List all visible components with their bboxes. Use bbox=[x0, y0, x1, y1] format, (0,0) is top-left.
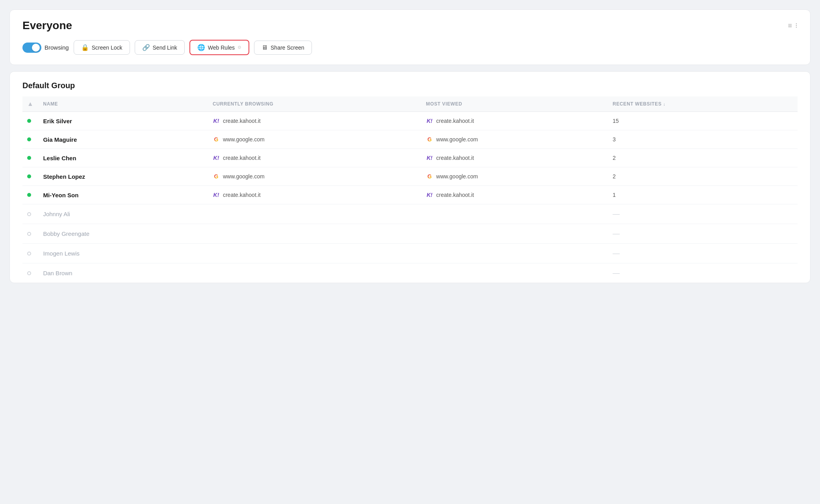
most-viewed-cell: K!create.kahoot.it bbox=[426, 117, 603, 124]
currently-browsing-cell: K!create.kahoot.it bbox=[213, 191, 417, 198]
send-link-label: Send Link bbox=[153, 44, 177, 51]
list-view-icon[interactable]: ≡ bbox=[788, 22, 792, 30]
recent-websites-td: — bbox=[608, 263, 798, 283]
currently-browsing-td bbox=[208, 224, 421, 244]
table-row[interactable]: Mi-Yeon Son K!create.kahoot.it K!create.… bbox=[22, 186, 798, 204]
send-link-button[interactable]: 🔗 Send Link bbox=[135, 40, 185, 55]
students-table: ▲ NAME CURRENTLY BROWSING MOST VIEWED RE… bbox=[22, 96, 798, 283]
table-row[interactable]: Leslie Chen K!create.kahoot.it K!create.… bbox=[22, 149, 798, 167]
recent-count: 1 bbox=[612, 192, 616, 198]
most-viewed-td: Gwww.google.com bbox=[421, 167, 608, 186]
link-icon: 🔗 bbox=[142, 44, 150, 51]
currently-browsing-cell: K!create.kahoot.it bbox=[213, 117, 417, 124]
grid-view-icon[interactable]: ⁝ bbox=[795, 21, 798, 30]
currently-browsing-td bbox=[208, 244, 421, 263]
lock-icon: 🔒 bbox=[81, 44, 89, 51]
toolbar: Browsing 🔒 Screen Lock 🔗 Send Link 🌐 Web… bbox=[22, 40, 798, 55]
name-cell: Stephen Lopez bbox=[38, 167, 208, 186]
web-rules-label: Web Rules bbox=[208, 44, 235, 51]
most-viewed-td bbox=[421, 263, 608, 283]
kahoot-favicon: K! bbox=[426, 191, 433, 198]
browsing-toggle-container: Browsing bbox=[22, 43, 69, 53]
share-screen-button[interactable]: 🖥 Share Screen bbox=[254, 41, 312, 55]
globe-icon: 🌐 bbox=[197, 44, 205, 51]
status-cell bbox=[22, 204, 38, 224]
table-row[interactable]: Stephen Lopez Gwww.google.com Gwww.googl… bbox=[22, 167, 798, 186]
most-viewed-td: K!create.kahoot.it bbox=[421, 112, 608, 130]
currently-browsing-td bbox=[208, 263, 421, 283]
table-row[interactable]: Johnny Ali — bbox=[22, 204, 798, 224]
recent-dash: — bbox=[612, 249, 620, 257]
currently-browsing-cell: Gwww.google.com bbox=[213, 173, 417, 180]
header-card: Everyone ≡ ⁝ Browsing 🔒 Screen Lock 🔗 Se… bbox=[9, 9, 811, 65]
table-header-row: ▲ NAME CURRENTLY BROWSING MOST VIEWED RE… bbox=[22, 96, 798, 112]
status-cell bbox=[22, 112, 38, 130]
recent-websites-td: — bbox=[608, 244, 798, 263]
most-viewed-td: K!create.kahoot.it bbox=[421, 149, 608, 167]
name-cell: Gia Maguire bbox=[38, 130, 208, 149]
recent-websites-td: 2 bbox=[608, 149, 798, 167]
th-currently-browsing: CURRENTLY BROWSING bbox=[208, 96, 421, 112]
screen-lock-button[interactable]: 🔒 Screen Lock bbox=[74, 40, 130, 55]
name-cell: Erik Silver bbox=[38, 112, 208, 130]
table-row[interactable]: Dan Brown — bbox=[22, 263, 798, 283]
most-viewed-cell: Gwww.google.com bbox=[426, 173, 603, 180]
web-rules-settings-icon: ⚙ bbox=[237, 45, 241, 50]
table-row[interactable]: Imogen Lewis — bbox=[22, 244, 798, 263]
recent-websites-td: — bbox=[608, 224, 798, 244]
status-cell bbox=[22, 263, 38, 283]
google-favicon: G bbox=[213, 173, 220, 180]
recent-websites-td: 2 bbox=[608, 167, 798, 186]
th-most-viewed: MOST VIEWED bbox=[421, 96, 608, 112]
screen-lock-label: Screen Lock bbox=[92, 44, 122, 51]
table-row[interactable]: Gia Maguire Gwww.google.com Gwww.google.… bbox=[22, 130, 798, 149]
status-cell bbox=[22, 149, 38, 167]
name-cell: Johnny Ali bbox=[38, 204, 208, 224]
recent-websites-td: 1 bbox=[608, 186, 798, 204]
header-section: Everyone ≡ ⁝ bbox=[22, 19, 798, 32]
monitor-icon: 🖥 bbox=[262, 44, 268, 51]
status-dot bbox=[27, 252, 31, 256]
status-cell bbox=[22, 224, 38, 244]
status-dot bbox=[27, 119, 31, 123]
kahoot-favicon: K! bbox=[213, 191, 220, 198]
web-rules-button[interactable]: 🌐 Web Rules ⚙ bbox=[189, 40, 249, 55]
name-cell: Dan Brown bbox=[38, 263, 208, 283]
name-cell: Bobby Greengate bbox=[38, 224, 208, 244]
most-viewed-td bbox=[421, 204, 608, 224]
browsing-label: Browsing bbox=[45, 44, 69, 51]
browsing-toggle[interactable] bbox=[22, 43, 41, 53]
name-cell: Mi-Yeon Son bbox=[38, 186, 208, 204]
name-cell: Imogen Lewis bbox=[38, 244, 208, 263]
th-avatar: ▲ bbox=[22, 96, 38, 112]
recent-count: 15 bbox=[612, 118, 619, 124]
google-favicon: G bbox=[213, 136, 220, 143]
table-row[interactable]: Erik Silver K!create.kahoot.it K!create.… bbox=[22, 112, 798, 130]
most-viewed-td bbox=[421, 244, 608, 263]
most-viewed-td bbox=[421, 224, 608, 244]
google-favicon: G bbox=[426, 136, 433, 143]
recent-websites-td: 15 bbox=[608, 112, 798, 130]
recent-websites-td: 3 bbox=[608, 130, 798, 149]
recent-dash: — bbox=[612, 269, 620, 277]
recent-websites-sort-icon: ↓ bbox=[663, 102, 666, 106]
recent-websites-td: — bbox=[608, 204, 798, 224]
kahoot-favicon: K! bbox=[213, 117, 220, 124]
avatar-sort-icon: ▲ bbox=[27, 100, 33, 107]
th-recent-websites: RECENT WEBSITES ↓ bbox=[608, 96, 798, 112]
status-dot bbox=[27, 271, 31, 275]
recent-dash: — bbox=[612, 230, 620, 237]
most-viewed-td: Gwww.google.com bbox=[421, 130, 608, 149]
status-cell bbox=[22, 130, 38, 149]
table-row[interactable]: Bobby Greengate — bbox=[22, 224, 798, 244]
group-card: Default Group ▲ NAME CURRENTLY BROWSING … bbox=[9, 71, 811, 283]
most-viewed-td: K!create.kahoot.it bbox=[421, 186, 608, 204]
page-title: Everyone bbox=[22, 19, 72, 32]
view-toggle-icons: ≡ ⁝ bbox=[788, 21, 798, 30]
most-viewed-cell: K!create.kahoot.it bbox=[426, 191, 603, 198]
kahoot-favicon: K! bbox=[213, 154, 220, 161]
status-dot bbox=[27, 193, 31, 197]
recent-count: 2 bbox=[612, 173, 616, 180]
status-dot bbox=[27, 174, 31, 178]
status-dot bbox=[27, 232, 31, 236]
